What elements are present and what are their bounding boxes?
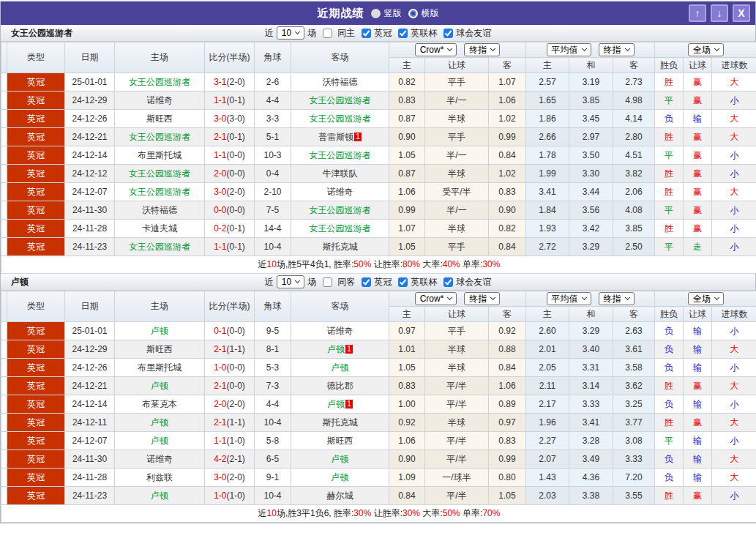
handicap-result-cell: 赢 (684, 92, 712, 110)
average-stage-select[interactable]: 终指 (599, 292, 635, 305)
league-cup-label[interactable]: 英联杯 (411, 27, 437, 40)
results-body: 英冠25-01-01卢顿0-1(0-0)9-5诺维奇0.97平手0.922.60… (1, 322, 756, 505)
odds-stage-select[interactable]: 终指 (464, 292, 500, 305)
move-up-button[interactable]: ↑ (689, 4, 706, 22)
team-name: 赫尔城 (327, 490, 353, 501)
radio-horizontal-label[interactable]: 横版 (422, 7, 439, 20)
friendly-label[interactable]: 球会友谊 (456, 276, 491, 288)
goals-result-cell: 小 (712, 92, 756, 110)
average-type-select[interactable]: 平均值 (547, 292, 591, 305)
sub-header-hcap-result: 让球 (684, 307, 712, 322)
halftime-score: (2-0) (227, 187, 245, 197)
close-button[interactable]: X (733, 4, 750, 22)
handicap-home-odds: 1.07 (389, 220, 425, 238)
date-cell: 24-11-30 (65, 201, 115, 220)
away-team-cell: 女王公园巡游者 (291, 92, 389, 110)
average-type-select[interactable]: 平均值 (547, 43, 591, 56)
result-cell: 平 (655, 238, 684, 256)
league-cup-label[interactable]: 英联杯 (411, 276, 437, 288)
league-cup-checkbox[interactable] (398, 29, 408, 38)
match-scope-select[interactable]: 全场 (688, 43, 724, 56)
odds-stage-select[interactable]: 终指 (464, 43, 500, 56)
league-championship-label[interactable]: 英冠 (374, 27, 392, 40)
layout-option-vertical[interactable]: 竖版 (371, 7, 402, 20)
avg-home-odds: 2.05 (526, 359, 569, 377)
handicap-away-odds: 0.83 (489, 183, 526, 201)
row-edge-spacer (1, 359, 7, 377)
average-stage-select[interactable]: 终指 (599, 43, 635, 56)
handicap-away-odds: 0.83 (489, 432, 526, 450)
league-championship-checkbox[interactable] (362, 277, 371, 287)
team-name: 沃特福德 (142, 205, 177, 215)
team-name: 卢顿 (327, 344, 345, 354)
home-team-cell: 利兹联 (115, 469, 205, 487)
match-count-select[interactable]: 10 (277, 275, 304, 288)
chevron-down-icon (581, 295, 586, 300)
handicap-result-cell: 赢 (684, 414, 712, 432)
goals-result-cell: 小 (712, 238, 756, 256)
average-controls: 平均值 终指 (526, 291, 655, 307)
handicap-controls: Crow* 终指 (389, 42, 526, 58)
score-cell: 1-1(1-0) (205, 432, 255, 450)
home-team-cell: 布里斯托城 (115, 359, 205, 377)
avg-draw-odds: 3.29 (569, 322, 613, 340)
match-row: 英冠24-11-30沃特福德0-0(0-0)7-5女王公园巡游者0.99半/一0… (1, 201, 756, 220)
handicap-result-cell: 赢 (684, 487, 712, 505)
header-edge-spacer (1, 42, 7, 73)
col-header-away: 客场 (291, 291, 389, 322)
avg-away-odds: 3.77 (613, 414, 655, 432)
score-cell: 0-0(0-0) (205, 201, 255, 220)
home-team-cell: 卢顿 (115, 487, 205, 505)
league-cup-checkbox[interactable] (398, 277, 408, 287)
same-venue-checkbox[interactable] (323, 29, 332, 38)
halftime-score: (1-0) (227, 490, 245, 501)
home-team-cell: 卢顿 (115, 414, 205, 432)
match-count-select[interactable]: 10 (277, 26, 304, 40)
same-venue-checkbox[interactable] (323, 277, 332, 287)
date-cell: 24-11-28 (65, 469, 115, 487)
radio-vertical-icon[interactable] (371, 9, 381, 18)
match-count-value: 10 (282, 28, 291, 38)
sub-header-hcap-away: 客 (489, 307, 526, 322)
halftime-score: (0-0) (227, 150, 245, 160)
league-championship-checkbox[interactable] (362, 29, 371, 38)
match-scope-select[interactable]: 全场 (688, 292, 724, 305)
scope-controls: 全场 (655, 42, 756, 58)
goals-result-cell: 大 (712, 128, 756, 146)
score-cell: 3-1(2-0) (205, 73, 255, 92)
radio-horizontal-icon[interactable] (408, 9, 418, 18)
corners-cell: 2-10 (255, 183, 291, 201)
avg-home-odds: 1.86 (526, 110, 569, 128)
odds-company-select[interactable]: Crow* (415, 292, 457, 305)
friendly-checkbox[interactable] (444, 29, 453, 38)
row-edge-spacer (1, 377, 7, 395)
avg-away-odds: 2.06 (613, 183, 655, 201)
handicap-line: 平/半 (425, 432, 489, 450)
avg-away-odds: 4.51 (613, 146, 655, 165)
handicap-line: 平手 (425, 322, 489, 340)
result-cell: 负 (655, 450, 684, 469)
same-venue-label[interactable]: 同客 (337, 276, 355, 288)
avg-draw-odds: 3.45 (569, 110, 613, 128)
fulltime-score: 3-0 (214, 187, 226, 197)
match-row: 英冠24-11-30诺维奇4-2(2-1)6-5卢顿0.90平/半0.992.0… (1, 450, 756, 469)
corners-cell: 5-1 (255, 128, 291, 146)
radio-vertical-label[interactable]: 竖版 (384, 7, 402, 20)
avg-away-odds: 3.85 (613, 220, 655, 238)
sub-header-hcap-line: 让球 (425, 307, 489, 322)
same-venue-label[interactable]: 同主 (337, 27, 355, 40)
match-row: 英冠24-11-28卡迪夫城0-2(0-1)14-4女王公园巡游者1.07半球0… (1, 220, 756, 238)
league-championship-label[interactable]: 英冠 (374, 276, 392, 288)
friendly-checkbox[interactable] (444, 277, 453, 287)
team-name: 卢顿 (332, 362, 349, 373)
scope-controls: 全场 (655, 291, 756, 307)
move-down-button[interactable]: ↓ (711, 4, 728, 22)
team-name: 卢顿 (151, 436, 168, 446)
match-scope-value: 全场 (693, 44, 711, 56)
odds-company-select[interactable]: Crow* (415, 43, 457, 56)
avg-away-odds: 3.61 (613, 340, 655, 359)
friendly-label[interactable]: 球会友谊 (456, 27, 491, 40)
layout-option-horizontal[interactable]: 横版 (408, 7, 439, 20)
sub-header-result: 胜负 (655, 58, 684, 73)
team-name: 斯旺西 (327, 436, 353, 446)
